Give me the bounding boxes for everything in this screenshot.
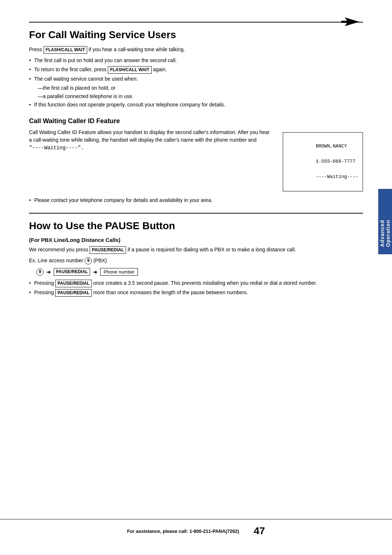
caller-id-bullet: Please contact your telephone company fo… (29, 197, 363, 204)
bullet-4: If this function does not operate proper… (29, 101, 363, 109)
waiting-text: "----Waiting----". (29, 145, 84, 151)
pause-bullet-1: Pressing PAUSE/REDIAL once creates a 3.5… (29, 279, 363, 287)
indent-2: —a parallel connected telephone is in us… (29, 93, 363, 100)
phone-number-box: Phone number (100, 268, 138, 276)
pbx-label: (PBX) (93, 258, 107, 263)
pause-body1: We recommend you press PAUSE/REDIAL if a… (29, 246, 363, 254)
bullet-4-text: If this function does not operate proper… (34, 102, 225, 108)
bullet-1-text: The first call is put on hold and you ca… (34, 57, 177, 63)
indent-2-text: —a parallel connected telephone is in us… (38, 93, 134, 99)
pause-button-section: How to Use the PAUSE Button (For PBX Lin… (29, 213, 363, 297)
caller-id-para: Call Waiting Caller ID Feature allows yo… (29, 129, 272, 152)
pause-bullet-1-post: once creates a 3.5 second pause. This pr… (93, 280, 317, 286)
bullet-2-text-post: again. (153, 66, 167, 72)
step-arrow1: ➜ (46, 269, 51, 275)
pause-heading: How to Use the PAUSE Button (29, 220, 363, 232)
top-arrow-icon (341, 15, 363, 29)
footer-assistance-text: For assistance, please call: 1-800-211-P… (127, 528, 239, 534)
pause-body1-pre: We recommend you press (29, 247, 90, 252)
pause-bullet-1-pre: Pressing (34, 280, 55, 286)
pause-bullet-2: Pressing PAUSE/REDIAL more than once inc… (29, 289, 363, 297)
bullet-2: To return to the first caller, press FLA… (29, 66, 363, 74)
advanced-operation-sidebar: Advanced Operation (378, 189, 392, 254)
call-waiting-heading: For Call Waiting Service Users (29, 29, 363, 41)
step-row: 9 ➜ PAUSE/REDIAL ➜ Phone number (36, 268, 363, 276)
flash-key-inline: FLASH/CALL WAIT (44, 46, 87, 54)
caller-id-heading: Call Waiting Caller ID Feature (29, 117, 363, 125)
bullet-3: The call waiting service cannot be used … (29, 75, 363, 83)
section-divider (29, 22, 363, 23)
caller-name: BROWN,NANCY (316, 143, 347, 149)
page-container: For Call Waiting Service Users Press FLA… (0, 0, 392, 555)
pause-key-bullet1: PAUSE/REDIAL (55, 280, 91, 287)
caller-id-body: Call Waiting Caller ID Feature allows yo… (29, 129, 272, 155)
step-pause-key: PAUSE/REDIAL (54, 268, 90, 276)
intro-text: Press (29, 46, 44, 52)
pause-key-inline: PAUSE/REDIAL (90, 246, 126, 254)
indent-1: —the first call is placed on hold, or (29, 84, 363, 92)
svg-rect-1 (341, 21, 356, 23)
pause-body1-post: if a pause is required for dialing with … (127, 247, 296, 252)
indent-1-text: —the first call is placed on hold, or (38, 85, 115, 91)
caller-id-layout: Call Waiting Caller ID Feature allows yo… (29, 129, 363, 192)
bullet-2-text-pre: To return to the first caller, press (34, 66, 108, 72)
caller-id-para-text: Call Waiting Caller ID Feature allows yo… (29, 129, 270, 143)
example-text: Ex. Line access number (29, 258, 85, 263)
bullet-3-text: The call waiting service cannot be used … (34, 76, 138, 82)
step-9-circle: 9 (36, 268, 44, 276)
pbx-subheading: (For PBX Line/Long Distance Calls) (29, 237, 363, 243)
call-waiting-intro: Press FLASH/CALL WAIT if you hear a call… (29, 46, 363, 54)
pause-key-bullet2: PAUSE/REDIAL (55, 289, 91, 297)
caller-waiting: ----Waiting---- (316, 174, 358, 179)
step-arrow2: ➜ (93, 269, 97, 275)
footer: For assistance, please call: 1-800-211-P… (0, 519, 392, 537)
pause-bullet-2-pre: Pressing (34, 289, 55, 295)
caller-id-section: Call Waiting Caller ID Feature Call Wait… (29, 117, 363, 204)
caller-id-display-box: BROWN,NANCY 1-555-666-7777 ----Waiting--… (283, 132, 363, 192)
caller-number: 1-555-666-7777 (316, 159, 355, 164)
number-9-circle: 9 (85, 257, 92, 264)
bullet-1: The first call is put on hold and you ca… (29, 57, 363, 64)
caller-id-bullet-text: Please contact your telephone company fo… (34, 197, 212, 203)
intro-after-text: if you hear a call-waiting tone while ta… (89, 46, 185, 52)
caller-id-screen: BROWN,NANCY 1-555-666-7777 ----Waiting--… (283, 132, 363, 192)
call-waiting-section: For Call Waiting Service Users Press FLA… (29, 22, 363, 109)
sidebar-label: Advanced Operation (379, 196, 391, 247)
section-divider-2 (29, 213, 363, 214)
page-number: 47 (254, 525, 265, 537)
flash-key-bullet2: FLASH/CALL WAIT (108, 66, 151, 74)
pause-bullet-2-post: more than once increases the length of t… (93, 289, 248, 295)
example-line: Ex. Line access number 9 (PBX) (29, 257, 363, 264)
